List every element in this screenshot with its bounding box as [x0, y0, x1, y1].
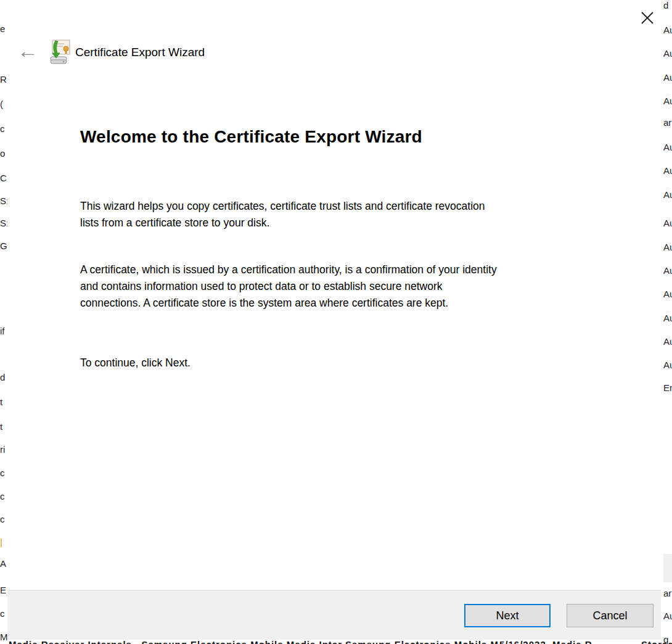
background-text-fragment: d: [663, 0, 668, 10]
background-text-fragment: Au: [663, 189, 672, 200]
paragraph-line: connections. A certificate store is the …: [80, 295, 623, 312]
background-text-fragment: if: [0, 326, 5, 336]
background-text-fragment: Au: [663, 289, 672, 299]
background-text-fragment: Au: [663, 242, 672, 252]
background-text-fragment: |: [0, 537, 2, 547]
background-text-fragment: o: [0, 148, 5, 159]
background-text-fragment: Au: [663, 25, 672, 35]
close-icon: [639, 10, 655, 26]
background-scrollbar-block: [663, 554, 672, 582]
background-text-fragment: Au: [663, 142, 672, 152]
dialog-footer: Next Cancel: [7, 590, 661, 640]
background-bottom-row-clipped: Media Receiver Internals Samsung Electro…: [0, 639, 672, 644]
background-text-fragment: C: [0, 173, 7, 183]
background-text-fragment: Au: [663, 265, 672, 276]
wizard-title: Certificate Export Wizard: [75, 46, 205, 59]
background-text-fragment: t: [0, 421, 2, 432]
description-paragraph: A certificate, which is issued by a cert…: [80, 262, 623, 312]
background-text-fragment: d: [0, 372, 5, 382]
background-text-fragment: E: [0, 585, 6, 595]
next-button[interactable]: Next: [464, 604, 551, 627]
back-button[interactable]: ←: [14, 37, 42, 64]
background-text-fragment: t: [0, 397, 2, 407]
background-text-fragment: (: [0, 99, 3, 109]
paragraph-line: lists from a certificate store to your d…: [80, 215, 623, 231]
background-text-fragment: ar: [663, 588, 671, 598]
background-text-fragment: R: [0, 74, 7, 85]
cancel-button-label: Cancel: [592, 609, 627, 622]
background-text-fragment: G: [0, 241, 7, 251]
welcome-heading: Welcome to the Certificate Export Wizard: [80, 127, 635, 147]
background-text-fragment: c: [0, 123, 5, 134]
background-text-fragment: Au: [663, 611, 672, 621]
paragraph-line: and contains information used to protect…: [80, 278, 623, 295]
background-text-fragment: c: [0, 491, 5, 502]
continue-instruction: To continue, click Next.: [80, 355, 623, 371]
background-text-fragment: 5/16/2032 Media R: [499, 639, 592, 644]
cancel-button[interactable]: Cancel: [567, 604, 654, 627]
back-arrow-icon: ←: [17, 40, 38, 61]
background-text-fragment: Au: [663, 165, 672, 176]
background-text-fragment: A: [0, 558, 6, 569]
paragraph-line: A certificate, which is issued by a cert…: [80, 262, 623, 278]
paragraph-line: This wizard helps you copy certificates,…: [80, 198, 623, 215]
next-button-label: Next: [496, 609, 518, 622]
background-text-fragment: Au: [663, 72, 672, 83]
background-text-fragment: Au: [663, 336, 672, 347]
background-text-fragment: Au: [663, 218, 672, 228]
close-button[interactable]: [634, 6, 661, 30]
background-text-fragment: Storag: [641, 639, 672, 644]
certificate-export-wizard-dialog: ← Certificate Export Wizard Welcome to t…: [7, 0, 661, 640]
paragraph-line: To continue, click Next.: [80, 355, 623, 371]
background-text-fragment: ri: [0, 444, 5, 455]
intro-paragraph: This wizard helps you copy certificates,…: [80, 198, 623, 231]
background-text-fragment: Au: [663, 96, 672, 106]
background-text-fragment: e: [0, 23, 5, 34]
background-text-fragment: c: [0, 608, 5, 619]
certificate-export-icon: [49, 39, 70, 65]
background-text-fragment: Samsung Electronics Mobile M: [345, 639, 499, 644]
background-text-fragment: En: [663, 382, 672, 393]
background-text-fragment: Au: [663, 360, 672, 370]
background-text-fragment: Au: [663, 313, 672, 323]
background-text-fragment: Media Receiver Internals Samsung Electro…: [9, 639, 342, 644]
background-text-fragment: c: [0, 468, 5, 478]
background-text-fragment: Au: [663, 48, 672, 59]
background-text-fragment: c: [0, 514, 5, 524]
background-text-fragment: ar: [663, 117, 671, 128]
